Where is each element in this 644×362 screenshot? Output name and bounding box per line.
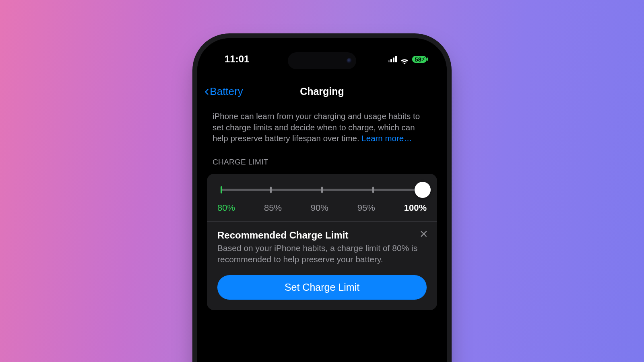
nav-bar: ‹ Battery Charging	[197, 82, 447, 101]
back-button[interactable]: ‹ Battery	[204, 85, 243, 98]
slider-knob[interactable]	[415, 182, 431, 198]
charge-limit-card: 80% 85% 90% 95% 100% ✕ Recommended Charg…	[207, 174, 437, 310]
status-time: 11:01	[225, 53, 249, 65]
chevron-left-icon: ‹	[204, 84, 209, 97]
recommendation-title: Recommended Charge Limit	[217, 230, 427, 241]
charge-limit-slider[interactable]	[217, 185, 427, 195]
step-100: 100%	[404, 203, 427, 213]
cellular-signal-icon	[388, 56, 397, 62]
screen: 11:01 58⚡︎	[197, 38, 447, 362]
wifi-icon	[400, 56, 409, 62]
status-bar: 11:01 58⚡︎	[197, 53, 447, 65]
recommendation-box: ✕ Recommended Charge Limit Based on your…	[207, 222, 437, 310]
step-80: 80%	[217, 203, 235, 213]
page-title: Charging	[300, 86, 344, 97]
section-header-charge-limit: CHARGE LIMIT	[213, 158, 431, 167]
charging-bolt-icon: ⚡︎	[422, 57, 425, 62]
phone-frame: 11:01 58⚡︎	[197, 38, 447, 362]
recommendation-body: Based on your iPhone habits, a charge li…	[217, 243, 427, 265]
intro-text: iPhone can learn from your charging and …	[213, 111, 431, 144]
set-charge-limit-button[interactable]: Set Charge Limit	[217, 275, 427, 300]
step-85: 85%	[264, 203, 282, 213]
step-95: 95%	[357, 203, 375, 213]
step-90: 90%	[311, 203, 328, 213]
charge-limit-slider-box: 80% 85% 90% 95% 100%	[207, 174, 437, 222]
battery-pct: 58	[415, 56, 421, 62]
close-icon[interactable]: ✕	[419, 229, 428, 239]
slider-step-labels: 80% 85% 90% 95% 100%	[217, 203, 427, 213]
back-label: Battery	[210, 85, 243, 98]
battery-indicator: 58⚡︎	[412, 56, 427, 63]
learn-more-link[interactable]: Learn more…	[361, 134, 412, 143]
